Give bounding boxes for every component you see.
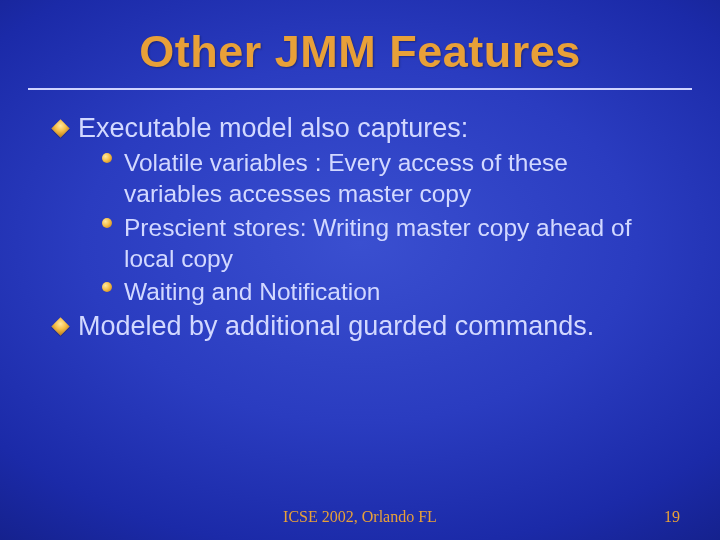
sub-bullet-item: Prescient stores: Writing master copy ah… [102, 212, 662, 275]
title-rule [28, 88, 692, 90]
sub-bullet-text: Prescient stores: Writing master copy ah… [124, 212, 662, 275]
slide-body: Executable model also captures: Volatile… [48, 112, 672, 343]
slide-title: Other JMM Features [48, 26, 672, 78]
dot-icon [102, 282, 112, 292]
sub-bullet-text: Waiting and Notification [124, 276, 662, 307]
sub-bullet-item: Volatile variables : Every access of the… [102, 147, 662, 210]
footer-venue: ICSE 2002, Orlando FL [283, 508, 437, 526]
dot-icon [102, 153, 112, 163]
diamond-icon [54, 310, 78, 333]
diamond-icon [54, 112, 78, 135]
bullet-text: Modeled by additional guarded commands. [78, 310, 672, 343]
slide-footer: ICSE 2002, Orlando FL 19 [0, 508, 720, 526]
sub-bullet-text: Volatile variables : Every access of the… [124, 147, 662, 210]
bullet-text: Executable model also captures: [78, 112, 672, 145]
dot-icon [102, 218, 112, 228]
slide: Other JMM Features Executable model also… [0, 0, 720, 540]
sub-list: Volatile variables : Every access of the… [54, 147, 672, 308]
bullet-item: Executable model also captures: [54, 112, 672, 145]
footer-page-number: 19 [664, 508, 680, 526]
bullet-item: Modeled by additional guarded commands. [54, 310, 672, 343]
sub-bullet-item: Waiting and Notification [102, 276, 662, 307]
